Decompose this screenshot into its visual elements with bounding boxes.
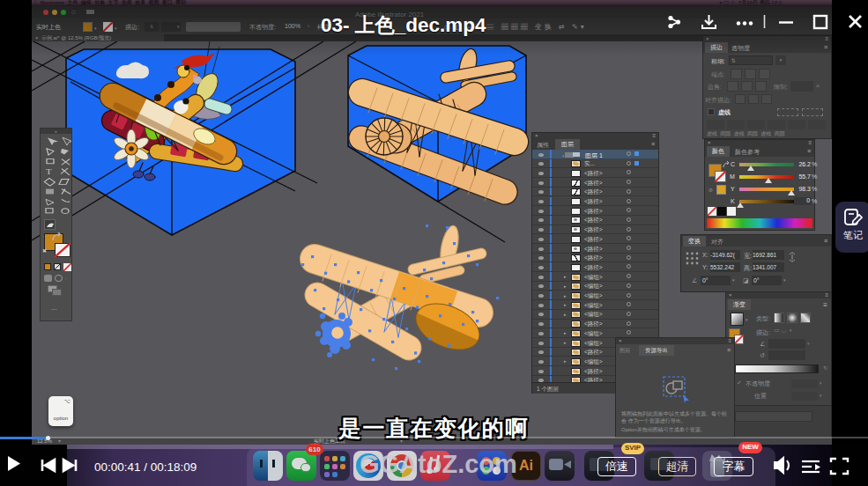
svg-text:T: T: [46, 168, 52, 176]
